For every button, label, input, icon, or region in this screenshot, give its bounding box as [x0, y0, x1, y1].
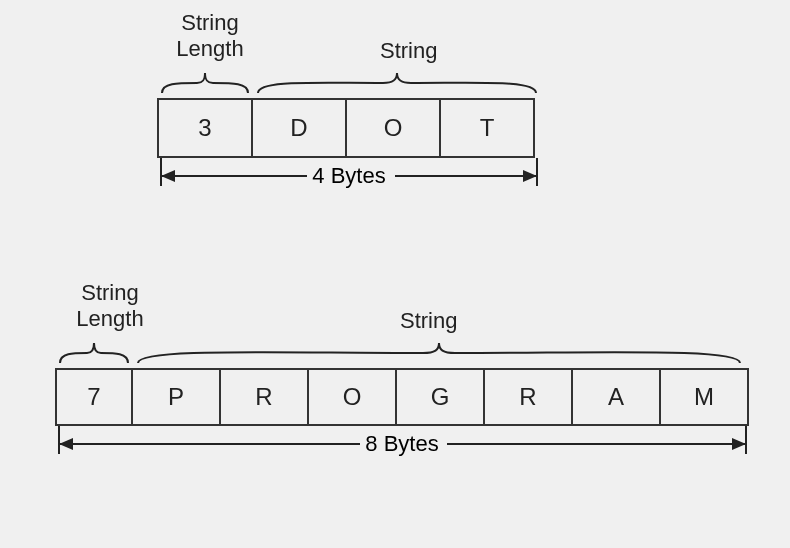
svg-marker-10	[59, 438, 73, 450]
svg-marker-11	[732, 438, 746, 450]
string-label-2: String	[400, 308, 457, 334]
cell-char-a: A	[571, 368, 661, 426]
string-length-label-1: StringLength	[155, 10, 265, 63]
cell-char-r1: R	[219, 368, 309, 426]
cell-char-o: O	[345, 98, 441, 158]
bytes-label-1: 4 Bytes	[312, 163, 385, 188]
cell-char-t: T	[439, 98, 535, 158]
cell-char-r2: R	[483, 368, 573, 426]
svg-marker-5	[523, 170, 537, 182]
string-length-label-2: StringLength	[55, 280, 165, 333]
brace-string-2	[133, 338, 745, 368]
bytes-dimension-1: 4 Bytes	[157, 158, 541, 198]
cell-length-2: 7	[55, 368, 133, 426]
bytes-dimension-2: 8 Bytes	[55, 426, 750, 466]
bytes-label-2: 8 Bytes	[365, 431, 438, 456]
cell-char-o2: O	[307, 368, 397, 426]
cell-char-d: D	[251, 98, 347, 158]
cells-row-2: 7 P R O G R A M	[55, 368, 749, 426]
brace-string-1	[253, 68, 541, 98]
svg-marker-4	[161, 170, 175, 182]
cell-char-g: G	[395, 368, 485, 426]
string-label-1: String	[380, 38, 437, 64]
brace-length-2	[55, 338, 133, 368]
cell-char-m: M	[659, 368, 749, 426]
cell-length-1: 3	[157, 98, 253, 158]
cells-row-1: 3 D O T	[157, 98, 535, 158]
brace-length-1	[157, 68, 253, 98]
cell-char-p: P	[131, 368, 221, 426]
